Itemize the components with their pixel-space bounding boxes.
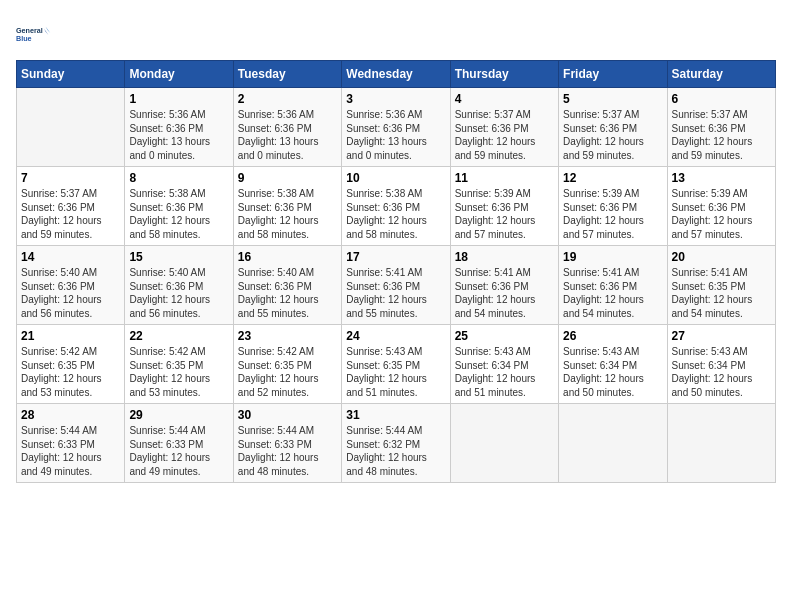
day-info: Sunrise: 5:42 AMSunset: 6:35 PMDaylight:…	[129, 345, 228, 399]
day-info: Sunrise: 5:42 AMSunset: 6:35 PMDaylight:…	[238, 345, 337, 399]
calendar-cell: 11Sunrise: 5:39 AMSunset: 6:36 PMDayligh…	[450, 167, 558, 246]
day-number: 24	[346, 329, 445, 343]
day-of-week-header: Thursday	[450, 61, 558, 88]
calendar-cell: 12Sunrise: 5:39 AMSunset: 6:36 PMDayligh…	[559, 167, 667, 246]
calendar-cell: 9Sunrise: 5:38 AMSunset: 6:36 PMDaylight…	[233, 167, 341, 246]
calendar-cell: 15Sunrise: 5:40 AMSunset: 6:36 PMDayligh…	[125, 246, 233, 325]
day-number: 12	[563, 171, 662, 185]
calendar-cell: 2Sunrise: 5:36 AMSunset: 6:36 PMDaylight…	[233, 88, 341, 167]
day-number: 5	[563, 92, 662, 106]
calendar-cell: 20Sunrise: 5:41 AMSunset: 6:35 PMDayligh…	[667, 246, 775, 325]
calendar-cell	[559, 404, 667, 483]
day-info: Sunrise: 5:42 AMSunset: 6:35 PMDaylight:…	[21, 345, 120, 399]
calendar-week-row: 7Sunrise: 5:37 AMSunset: 6:36 PMDaylight…	[17, 167, 776, 246]
day-number: 13	[672, 171, 771, 185]
calendar-cell: 30Sunrise: 5:44 AMSunset: 6:33 PMDayligh…	[233, 404, 341, 483]
day-number: 16	[238, 250, 337, 264]
day-info: Sunrise: 5:41 AMSunset: 6:36 PMDaylight:…	[563, 266, 662, 320]
day-number: 26	[563, 329, 662, 343]
calendar-week-row: 1Sunrise: 5:36 AMSunset: 6:36 PMDaylight…	[17, 88, 776, 167]
day-number: 15	[129, 250, 228, 264]
calendar-week-row: 28Sunrise: 5:44 AMSunset: 6:33 PMDayligh…	[17, 404, 776, 483]
day-of-week-header: Tuesday	[233, 61, 341, 88]
page-header: GeneralBlue	[16, 16, 776, 52]
calendar-cell: 24Sunrise: 5:43 AMSunset: 6:35 PMDayligh…	[342, 325, 450, 404]
day-number: 30	[238, 408, 337, 422]
day-info: Sunrise: 5:37 AMSunset: 6:36 PMDaylight:…	[455, 108, 554, 162]
calendar-header-row: SundayMondayTuesdayWednesdayThursdayFrid…	[17, 61, 776, 88]
day-info: Sunrise: 5:36 AMSunset: 6:36 PMDaylight:…	[238, 108, 337, 162]
day-info: Sunrise: 5:44 AMSunset: 6:32 PMDaylight:…	[346, 424, 445, 478]
calendar-cell: 28Sunrise: 5:44 AMSunset: 6:33 PMDayligh…	[17, 404, 125, 483]
calendar-week-row: 21Sunrise: 5:42 AMSunset: 6:35 PMDayligh…	[17, 325, 776, 404]
day-info: Sunrise: 5:41 AMSunset: 6:36 PMDaylight:…	[346, 266, 445, 320]
svg-text:General: General	[16, 26, 43, 35]
day-info: Sunrise: 5:43 AMSunset: 6:35 PMDaylight:…	[346, 345, 445, 399]
day-info: Sunrise: 5:38 AMSunset: 6:36 PMDaylight:…	[346, 187, 445, 241]
day-number: 9	[238, 171, 337, 185]
day-number: 31	[346, 408, 445, 422]
svg-marker-2	[44, 29, 49, 35]
day-number: 14	[21, 250, 120, 264]
day-number: 27	[672, 329, 771, 343]
calendar-cell: 21Sunrise: 5:42 AMSunset: 6:35 PMDayligh…	[17, 325, 125, 404]
calendar-cell	[667, 404, 775, 483]
calendar-cell: 23Sunrise: 5:42 AMSunset: 6:35 PMDayligh…	[233, 325, 341, 404]
calendar-cell	[17, 88, 125, 167]
day-number: 18	[455, 250, 554, 264]
day-number: 25	[455, 329, 554, 343]
logo-icon: GeneralBlue	[16, 16, 52, 52]
day-of-week-header: Wednesday	[342, 61, 450, 88]
day-info: Sunrise: 5:40 AMSunset: 6:36 PMDaylight:…	[238, 266, 337, 320]
logo: GeneralBlue	[16, 16, 52, 52]
calendar-cell: 10Sunrise: 5:38 AMSunset: 6:36 PMDayligh…	[342, 167, 450, 246]
day-number: 10	[346, 171, 445, 185]
calendar-cell: 14Sunrise: 5:40 AMSunset: 6:36 PMDayligh…	[17, 246, 125, 325]
calendar-cell: 16Sunrise: 5:40 AMSunset: 6:36 PMDayligh…	[233, 246, 341, 325]
calendar-cell: 13Sunrise: 5:39 AMSunset: 6:36 PMDayligh…	[667, 167, 775, 246]
svg-text:Blue: Blue	[16, 34, 32, 43]
calendar-cell: 27Sunrise: 5:43 AMSunset: 6:34 PMDayligh…	[667, 325, 775, 404]
calendar-cell: 17Sunrise: 5:41 AMSunset: 6:36 PMDayligh…	[342, 246, 450, 325]
day-number: 3	[346, 92, 445, 106]
day-info: Sunrise: 5:39 AMSunset: 6:36 PMDaylight:…	[672, 187, 771, 241]
calendar-cell: 31Sunrise: 5:44 AMSunset: 6:32 PMDayligh…	[342, 404, 450, 483]
day-info: Sunrise: 5:43 AMSunset: 6:34 PMDaylight:…	[455, 345, 554, 399]
day-info: Sunrise: 5:43 AMSunset: 6:34 PMDaylight:…	[672, 345, 771, 399]
calendar-cell: 1Sunrise: 5:36 AMSunset: 6:36 PMDaylight…	[125, 88, 233, 167]
day-info: Sunrise: 5:39 AMSunset: 6:36 PMDaylight:…	[563, 187, 662, 241]
day-number: 17	[346, 250, 445, 264]
day-info: Sunrise: 5:41 AMSunset: 6:35 PMDaylight:…	[672, 266, 771, 320]
day-info: Sunrise: 5:37 AMSunset: 6:36 PMDaylight:…	[21, 187, 120, 241]
day-info: Sunrise: 5:40 AMSunset: 6:36 PMDaylight:…	[21, 266, 120, 320]
calendar-cell: 4Sunrise: 5:37 AMSunset: 6:36 PMDaylight…	[450, 88, 558, 167]
day-info: Sunrise: 5:40 AMSunset: 6:36 PMDaylight:…	[129, 266, 228, 320]
day-number: 1	[129, 92, 228, 106]
day-number: 8	[129, 171, 228, 185]
calendar-cell: 19Sunrise: 5:41 AMSunset: 6:36 PMDayligh…	[559, 246, 667, 325]
calendar-cell: 29Sunrise: 5:44 AMSunset: 6:33 PMDayligh…	[125, 404, 233, 483]
calendar-cell: 8Sunrise: 5:38 AMSunset: 6:36 PMDaylight…	[125, 167, 233, 246]
day-number: 29	[129, 408, 228, 422]
day-number: 28	[21, 408, 120, 422]
day-info: Sunrise: 5:37 AMSunset: 6:36 PMDaylight:…	[563, 108, 662, 162]
calendar-cell: 18Sunrise: 5:41 AMSunset: 6:36 PMDayligh…	[450, 246, 558, 325]
day-number: 20	[672, 250, 771, 264]
day-number: 23	[238, 329, 337, 343]
calendar-cell: 6Sunrise: 5:37 AMSunset: 6:36 PMDaylight…	[667, 88, 775, 167]
calendar-table: SundayMondayTuesdayWednesdayThursdayFrid…	[16, 60, 776, 483]
day-info: Sunrise: 5:39 AMSunset: 6:36 PMDaylight:…	[455, 187, 554, 241]
day-info: Sunrise: 5:36 AMSunset: 6:36 PMDaylight:…	[129, 108, 228, 162]
calendar-cell: 5Sunrise: 5:37 AMSunset: 6:36 PMDaylight…	[559, 88, 667, 167]
calendar-cell	[450, 404, 558, 483]
day-of-week-header: Sunday	[17, 61, 125, 88]
day-info: Sunrise: 5:44 AMSunset: 6:33 PMDaylight:…	[21, 424, 120, 478]
day-number: 19	[563, 250, 662, 264]
day-info: Sunrise: 5:44 AMSunset: 6:33 PMDaylight:…	[238, 424, 337, 478]
calendar-cell: 3Sunrise: 5:36 AMSunset: 6:36 PMDaylight…	[342, 88, 450, 167]
day-number: 4	[455, 92, 554, 106]
calendar-cell: 7Sunrise: 5:37 AMSunset: 6:36 PMDaylight…	[17, 167, 125, 246]
day-info: Sunrise: 5:37 AMSunset: 6:36 PMDaylight:…	[672, 108, 771, 162]
day-info: Sunrise: 5:38 AMSunset: 6:36 PMDaylight:…	[238, 187, 337, 241]
day-of-week-header: Friday	[559, 61, 667, 88]
